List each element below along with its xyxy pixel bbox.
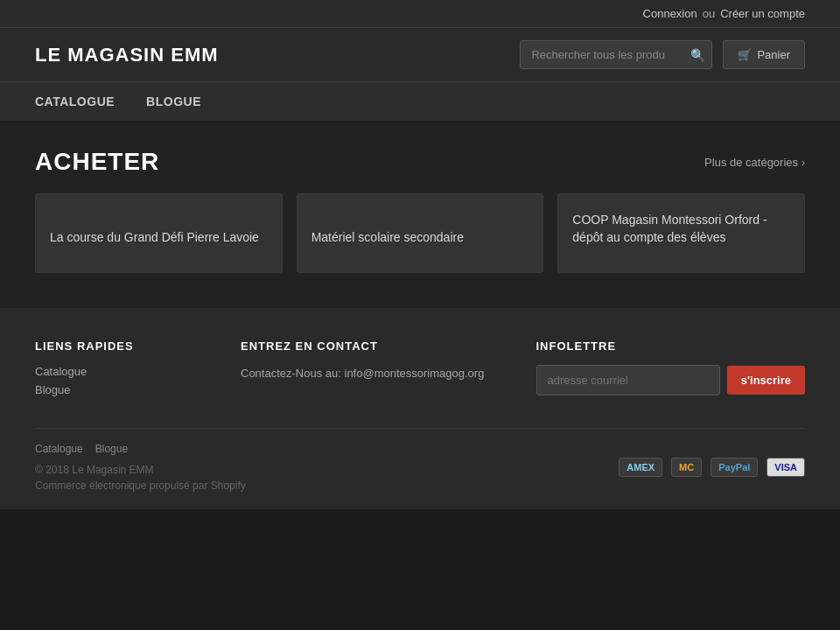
section-title: ACHETER xyxy=(35,148,159,176)
footer: LIENS RAPIDES Catalogue Blogue ENTREZ EN… xyxy=(0,308,840,509)
product-title-1: Matériel scolaire secondaire xyxy=(312,229,464,247)
newsletter-form: s'inscrire xyxy=(536,365,806,396)
footer-liens-rapides: LIENS RAPIDES Catalogue Blogue xyxy=(35,340,214,402)
section-header: ACHETER Plus de catégories › xyxy=(35,148,805,176)
products-grid: La course du Grand Défi Pierre Lavoie Ma… xyxy=(35,193,805,273)
newsletter-email-input[interactable] xyxy=(536,365,720,396)
product-card-1[interactable]: Matériel scolaire secondaire xyxy=(297,193,544,273)
product-title-0: La course du Grand Défi Pierre Lavoie xyxy=(50,229,259,247)
register-link[interactable]: Créer un compte xyxy=(720,7,805,20)
footer-copyright: © 2018 Le Magasin EMM xyxy=(35,464,246,476)
nav-bar: CATALOGUE BLOGUE xyxy=(0,81,840,122)
footer-contact: ENTREZ EN CONTACT Contactez-Nous au: inf… xyxy=(241,340,510,402)
footer-contact-text: Contactez-Nous au: info@montessorimagog.… xyxy=(241,365,510,382)
footer-liens-title: LIENS RAPIDES xyxy=(35,340,214,353)
header: LE MAGASIN EMM 🔍 🛒 Panier xyxy=(0,27,840,81)
footer-newsletter: INFOLETTRE s'inscrire xyxy=(536,340,806,402)
footer-columns: LIENS RAPIDES Catalogue Blogue ENTREZ EN… xyxy=(35,340,805,402)
cart-icon: 🛒 xyxy=(738,48,752,61)
nav-item-catalogue[interactable]: CATALOGUE xyxy=(35,82,130,121)
header-right: 🔍 🛒 Panier xyxy=(520,40,805,69)
empty-area xyxy=(0,509,840,630)
payment-icon-paypal: PayPal xyxy=(710,458,758,477)
search-input[interactable] xyxy=(520,40,712,69)
search-wrapper: 🔍 xyxy=(520,40,712,69)
search-button[interactable]: 🔍 xyxy=(690,48,705,62)
footer-bottom: Catalogue Blogue © 2018 Le Magasin EMM C… xyxy=(35,428,805,492)
more-categories-link[interactable]: Plus de catégories › xyxy=(704,156,805,169)
footer-link-catalogue[interactable]: Catalogue xyxy=(35,365,214,378)
payment-icon-amex: AMEX xyxy=(619,458,662,477)
top-bar: Connexion ou Créer un compte xyxy=(0,0,840,27)
footer-bottom-links: Catalogue Blogue xyxy=(35,443,246,455)
nav-item-blogue[interactable]: BLOGUE xyxy=(130,82,217,121)
site-logo: LE MAGASIN EMM xyxy=(35,44,219,66)
search-icon: 🔍 xyxy=(690,48,705,62)
product-card-0[interactable]: La course du Grand Défi Pierre Lavoie xyxy=(35,193,283,273)
footer-link-blogue[interactable]: Blogue xyxy=(35,383,214,396)
newsletter-subscribe-button[interactable]: s'inscrire xyxy=(727,366,805,395)
cart-button[interactable]: 🛒 Panier xyxy=(723,40,805,69)
product-card-2[interactable]: COOP Magasin Montessori Orford - dépôt a… xyxy=(557,193,805,273)
payment-icons: AMEX MC PayPal VISA xyxy=(619,458,805,477)
top-bar-auth: Connexion ou Créer un compte xyxy=(643,7,805,20)
footer-bottom-link-blogue[interactable]: Blogue xyxy=(95,443,128,455)
auth-separator: ou xyxy=(703,7,715,20)
footer-contact-title: ENTREZ EN CONTACT xyxy=(241,340,510,353)
footer-bottom-left: Catalogue Blogue © 2018 Le Magasin EMM C… xyxy=(35,443,246,492)
main-content: ACHETER Plus de catégories › La course d… xyxy=(0,122,840,308)
payment-icon-visa: VISA xyxy=(766,458,805,477)
payment-icon-mastercard: MC xyxy=(671,458,702,477)
footer-bottom-link-catalogue[interactable]: Catalogue xyxy=(35,443,83,455)
login-link[interactable]: Connexion xyxy=(643,7,697,20)
footer-commerce: Commerce électronique propulsé par Shopi… xyxy=(35,480,246,492)
footer-newsletter-title: INFOLETTRE xyxy=(536,340,806,353)
cart-label: Panier xyxy=(757,48,790,61)
product-title-2: COOP Magasin Montessori Orford - dépôt a… xyxy=(572,212,790,246)
